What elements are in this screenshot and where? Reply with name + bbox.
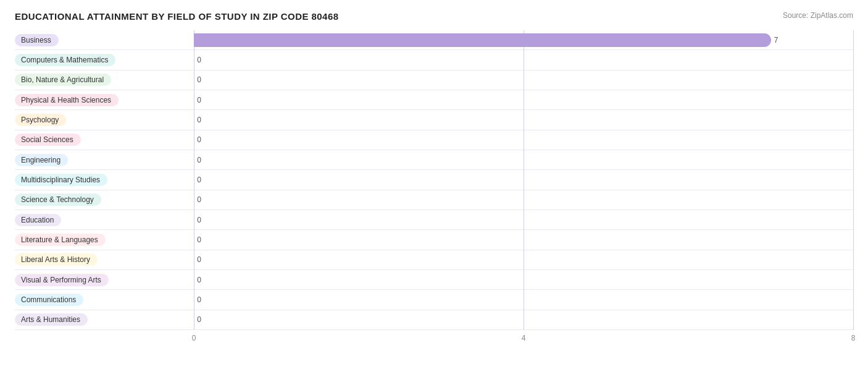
bar-row: Science & Technology0 xyxy=(15,190,853,210)
bar-row: Physical & Health Sciences0 xyxy=(15,90,853,110)
bar-row: Literature & Languages0 xyxy=(15,230,853,250)
label-container: Computers & Mathematics xyxy=(15,54,194,66)
bar-row: Computers & Mathematics0 xyxy=(15,50,853,70)
label-container: Liberal Arts & History xyxy=(15,253,194,266)
bar-section: 0 xyxy=(194,190,853,210)
bar-row: Education0 xyxy=(15,210,853,230)
bar-label: Computers & Mathematics xyxy=(15,54,115,66)
bar-label: Visual & Performing Arts xyxy=(15,274,109,286)
bar-value-label: 7 xyxy=(774,36,778,45)
chart-container: EDUCATIONAL ATTAINMENT BY FIELD OF STUDY… xyxy=(0,0,868,390)
bar-value-label: 0 xyxy=(197,216,201,224)
x-axis: 048 xyxy=(194,330,853,347)
bar-row: Liberal Arts & History0 xyxy=(15,250,853,270)
chart-area: Business7Computers & Mathematics0Bio, Na… xyxy=(15,30,853,347)
bar-section: 0 xyxy=(194,230,853,249)
bar-label: Multidisciplinary Studies xyxy=(15,174,107,186)
bar-value-label: 0 xyxy=(197,135,201,144)
bar-row: Multidisciplinary Studies0 xyxy=(15,170,853,190)
bar-value-label: 0 xyxy=(197,96,201,104)
bar-row: Social Sciences0 xyxy=(15,130,853,150)
x-axis-tick: 4 xyxy=(522,334,526,342)
bars-wrapper: Business7Computers & Mathematics0Bio, Na… xyxy=(15,30,853,347)
bar-row: Arts & Humanities0 xyxy=(15,310,853,330)
label-container: Multidisciplinary Studies xyxy=(15,174,194,186)
x-axis-tick: 8 xyxy=(851,334,856,342)
bar-value-label: 0 xyxy=(197,195,201,204)
bar-section: 0 xyxy=(194,170,853,189)
bar-section: 0 xyxy=(194,70,853,90)
bar-label: Literature & Languages xyxy=(15,234,106,246)
header-row: EDUCATIONAL ATTAINMENT BY FIELD OF STUDY… xyxy=(15,11,853,22)
grid-line xyxy=(853,30,854,330)
bar-fill xyxy=(194,33,771,47)
bar-row: Business7 xyxy=(15,30,853,50)
label-container: Psychology xyxy=(15,114,194,126)
bar-label: Communications xyxy=(15,294,83,306)
bar-value-label: 0 xyxy=(197,235,201,244)
bar-label: Engineering xyxy=(15,154,68,166)
label-container: Engineering xyxy=(15,154,194,166)
bar-section: 0 xyxy=(194,130,853,150)
bar-section: 0 xyxy=(194,210,853,229)
label-container: Education xyxy=(15,214,194,226)
source-text: Source: ZipAtlas.com xyxy=(783,11,853,20)
label-container: Communications xyxy=(15,294,194,306)
bar-section: 0 xyxy=(194,270,853,289)
label-container: Social Sciences xyxy=(15,134,194,146)
bar-value-label: 0 xyxy=(197,116,201,124)
bar-section: 0 xyxy=(194,110,853,129)
label-container: Literature & Languages xyxy=(15,234,194,246)
label-container: Physical & Health Sciences xyxy=(15,94,194,106)
bar-label: Business xyxy=(15,34,59,46)
bar-label: Liberal Arts & History xyxy=(15,253,98,266)
chart-title: EDUCATIONAL ATTAINMENT BY FIELD OF STUDY… xyxy=(15,11,339,22)
bar-section: 0 xyxy=(194,90,853,109)
bar-label: Science & Technology xyxy=(15,193,101,206)
bar-section: 0 xyxy=(194,50,853,69)
label-container: Business xyxy=(15,34,194,46)
bar-section: 0 xyxy=(194,290,853,309)
bar-value-label: 0 xyxy=(197,295,201,304)
bar-value-label: 0 xyxy=(197,315,201,324)
label-container: Visual & Performing Arts xyxy=(15,274,194,286)
bar-label: Bio, Nature & Agricultural xyxy=(15,74,111,86)
bar-label: Arts & Humanities xyxy=(15,313,88,326)
bar-section: 0 xyxy=(194,250,853,269)
bar-value-label: 0 xyxy=(197,276,201,284)
bar-label: Psychology xyxy=(15,114,66,126)
bar-value-label: 0 xyxy=(197,255,201,264)
bar-label: Social Sciences xyxy=(15,134,81,146)
bar-row: Engineering0 xyxy=(15,150,853,170)
label-container: Science & Technology xyxy=(15,193,194,206)
bar-value-label: 0 xyxy=(197,56,201,64)
bar-row: Visual & Performing Arts0 xyxy=(15,270,853,290)
bar-label: Physical & Health Sciences xyxy=(15,94,119,106)
bar-section: 0 xyxy=(194,150,853,169)
bar-section: 7 xyxy=(194,30,853,49)
bar-row: Psychology0 xyxy=(15,110,853,130)
bar-label: Education xyxy=(15,214,61,226)
bar-value-label: 0 xyxy=(197,75,201,84)
bar-row: Communications0 xyxy=(15,290,853,310)
bar-row: Bio, Nature & Agricultural0 xyxy=(15,70,853,90)
bar-value-label: 0 xyxy=(197,176,201,184)
label-container: Bio, Nature & Agricultural xyxy=(15,74,194,86)
label-container: Arts & Humanities xyxy=(15,313,194,326)
bar-value-label: 0 xyxy=(197,156,201,164)
bar-section: 0 xyxy=(194,310,853,329)
x-axis-tick: 0 xyxy=(192,334,196,342)
